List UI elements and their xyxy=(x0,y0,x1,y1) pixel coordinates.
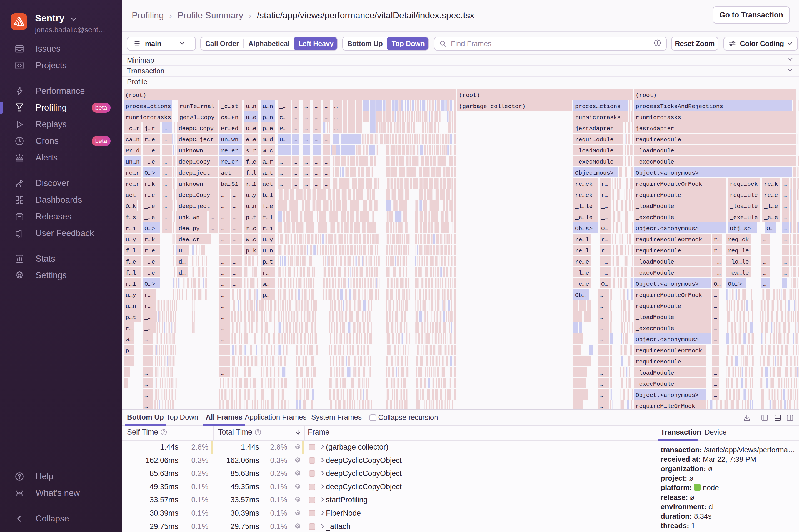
svg-text:…: … xyxy=(221,337,224,343)
svg-text:un…wn: un…wn xyxy=(221,137,238,143)
svg-text:req…le: req…le xyxy=(728,248,749,254)
svg-text:u…: u… xyxy=(279,137,286,143)
svg-text:re…ck: re…ck xyxy=(575,181,593,187)
svg-text:O…: O… xyxy=(601,226,608,232)
svg-text:jestAdapter: jestAdapter xyxy=(636,126,674,132)
svg-text:processTicksAndRejections: processTicksAndRejections xyxy=(636,103,723,110)
svg-text:_execModule: _execModule xyxy=(635,214,674,221)
svg-text:s…r: s…r xyxy=(246,148,256,154)
svg-text:…: … xyxy=(783,226,787,232)
svg-text:requireModule: requireModule xyxy=(636,303,681,309)
svg-text:r…c: r…c xyxy=(246,226,256,232)
svg-text:…: … xyxy=(221,281,224,287)
svg-text:Object.<anonymous>: Object.<anonymous> xyxy=(636,337,699,343)
svg-text:…: … xyxy=(599,403,603,409)
svg-text:…: … xyxy=(294,181,297,187)
svg-text:_…: _… xyxy=(601,214,608,221)
svg-text:…: … xyxy=(599,370,603,376)
svg-text:act: act xyxy=(262,181,273,187)
svg-text:…: … xyxy=(145,370,148,376)
svg-text:…: … xyxy=(714,381,717,387)
svg-text:…: … xyxy=(763,270,766,276)
svg-text:…: … xyxy=(325,181,328,187)
svg-text:requireModuleOrMock: requireModuleOrMock xyxy=(636,292,702,299)
svg-text:…: … xyxy=(315,170,318,176)
svg-text:…: … xyxy=(714,314,717,321)
svg-text:f…e: f…e xyxy=(126,259,136,265)
svg-text:…: … xyxy=(163,214,167,221)
svg-text:r…k: r…k xyxy=(145,236,155,243)
svg-text:…: … xyxy=(763,248,766,254)
svg-text:p…: p… xyxy=(126,348,132,354)
svg-text:…: … xyxy=(294,148,297,154)
svg-text:_e…e: _e…e xyxy=(575,281,589,287)
svg-text:…: … xyxy=(294,126,297,132)
svg-text:j…r: j…r xyxy=(145,126,155,132)
svg-text:…: … xyxy=(304,126,308,132)
svg-text:r…: r… xyxy=(601,236,608,243)
svg-text:_…e: _…e xyxy=(144,259,155,265)
svg-text:_…: _… xyxy=(713,259,721,265)
svg-text:…: … xyxy=(221,370,224,376)
svg-text:…: … xyxy=(221,259,224,265)
svg-text:…: … xyxy=(233,248,237,254)
svg-text:…: … xyxy=(163,170,167,176)
svg-text:r…: r… xyxy=(145,292,151,299)
svg-text:…: … xyxy=(233,226,237,232)
svg-text:w…c: w…c xyxy=(262,148,273,154)
svg-text:u…y: u…y xyxy=(262,236,273,243)
svg-text:…: … xyxy=(315,137,318,143)
svg-text:re…r: re…r xyxy=(126,170,140,176)
svg-text:requireModule: requireModule xyxy=(636,359,681,365)
svg-text:…: … xyxy=(325,137,328,143)
svg-text:Ob…>: Ob…> xyxy=(728,281,742,287)
svg-text:…: … xyxy=(599,381,603,387)
svg-text:r…1: r…1 xyxy=(262,226,273,232)
svg-text:re…l: re…l xyxy=(575,236,589,243)
svg-text:…: … xyxy=(763,236,766,243)
svg-text:re…er: re…er xyxy=(221,159,238,165)
svg-text:b…1: b…1 xyxy=(262,192,273,198)
svg-text:…: … xyxy=(221,192,224,198)
svg-text:u…n: u…n xyxy=(246,103,256,110)
svg-text:…: … xyxy=(783,214,787,221)
svg-text:…: … xyxy=(221,325,224,332)
svg-text:…: … xyxy=(334,103,338,110)
svg-text:…: … xyxy=(763,281,766,287)
svg-text:…: … xyxy=(304,103,308,110)
svg-text:_…: _… xyxy=(279,103,286,110)
svg-text:_exe…ule: _exe…ule xyxy=(729,214,758,221)
svg-text:…: … xyxy=(145,359,148,365)
svg-text:…: … xyxy=(783,181,787,187)
svg-text:req…ck: req…ck xyxy=(728,236,749,243)
svg-text:jestAdapter: jestAdapter xyxy=(575,126,614,132)
svg-text:…: … xyxy=(221,314,224,321)
svg-text:…: … xyxy=(233,203,237,210)
svg-text:u…n: u…n xyxy=(126,303,136,309)
svg-text:…: … xyxy=(304,159,308,165)
svg-text:…: … xyxy=(233,192,237,198)
svg-text:_execModule: _execModule xyxy=(575,159,614,165)
svg-text:…: … xyxy=(233,270,237,276)
svg-text:d…: d… xyxy=(179,270,186,276)
svg-text:…: … xyxy=(221,248,224,254)
svg-text:…: … xyxy=(163,181,167,187)
svg-text:requireModuleOrMock: requireModuleOrMock xyxy=(636,348,702,354)
svg-text:u…n: u…n xyxy=(262,103,273,110)
svg-text:p…e: p…e xyxy=(262,126,273,132)
svg-text:_…: _… xyxy=(601,270,608,276)
svg-text:…: … xyxy=(163,148,167,154)
svg-text:…: … xyxy=(783,270,787,276)
svg-text:r…e: r…e xyxy=(145,137,155,143)
svg-text:…: … xyxy=(163,159,167,165)
svg-text:runMicrotasks: runMicrotasks xyxy=(636,114,681,121)
svg-text:…: … xyxy=(325,103,328,110)
svg-text:…: … xyxy=(145,392,148,398)
svg-text:_loadModule: _loadModule xyxy=(635,259,674,265)
svg-text:e…e: e…e xyxy=(246,137,256,143)
svg-text:u…e: u…e xyxy=(246,114,256,121)
svg-text:…: … xyxy=(714,359,717,365)
svg-text:c…: c… xyxy=(279,114,286,121)
svg-text:runMicrotasks: runMicrotasks xyxy=(575,114,621,121)
svg-text:p…t: p…t xyxy=(262,259,273,265)
